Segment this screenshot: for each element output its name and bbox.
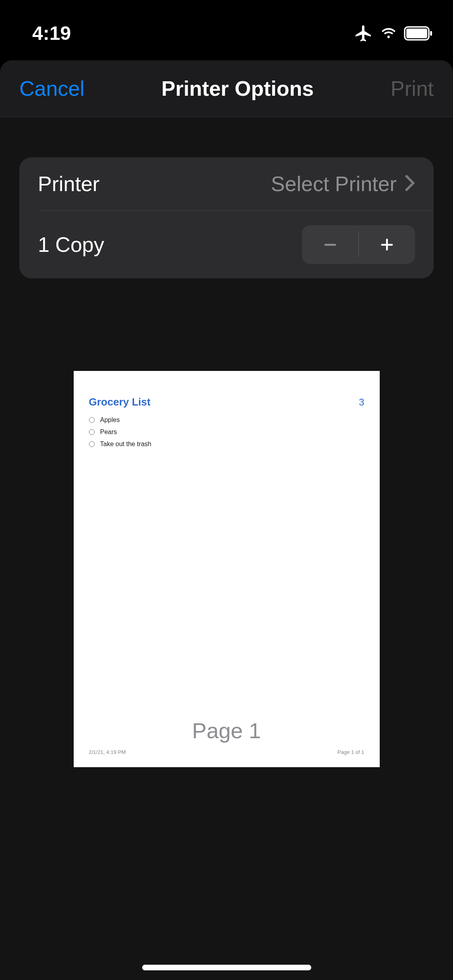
chevron-right-icon [405,175,415,193]
printer-value: Select Printer [271,172,397,196]
wifi-icon [380,25,397,42]
printer-row[interactable]: Printer Select Printer [19,157,434,210]
increment-button[interactable] [359,225,415,264]
doc-header: Grocery List 3 [89,396,364,408]
item-text: Take out the trash [100,441,151,448]
svg-rect-1 [406,29,427,38]
decrement-button[interactable] [302,225,358,264]
item-text: Pears [100,428,117,436]
radio-icon [89,417,95,423]
airplane-mode-icon [354,24,373,43]
doc-items: Apples Pears Take out the trash [89,416,364,448]
svg-rect-5 [386,239,388,250]
list-item: Take out the trash [89,441,364,448]
radio-icon [89,441,95,447]
copies-label: 1 Copy [38,233,104,257]
footer-page-indicator: Page 1 of 1 [337,749,364,755]
printer-value-container: Select Printer [271,172,415,196]
copies-stepper [302,225,415,264]
printer-label: Printer [38,172,99,196]
battery-icon [404,26,433,41]
settings-group: Printer Select Printer 1 Copy [19,157,434,278]
status-time: 4:19 [32,22,71,44]
page-title: Printer Options [161,76,314,101]
status-icons [354,24,433,43]
radio-icon [89,429,95,435]
doc-footer: 2/1/21, 4:19 PM Page 1 of 1 [89,749,364,755]
list-item: Apples [89,416,364,424]
page-number-overlay: Page 1 [74,718,380,743]
footer-timestamp: 2/1/21, 4:19 PM [89,749,126,755]
nav-bar: Cancel Printer Options Print [0,60,453,117]
doc-count: 3 [359,397,364,408]
status-bar: 4:19 [0,0,453,52]
svg-rect-3 [324,244,336,246]
svg-rect-2 [430,31,432,36]
print-options-sheet: Cancel Printer Options Print Printer Sel… [0,60,453,980]
list-item: Pears [89,428,364,436]
page-preview[interactable]: Grocery List 3 Apples Pears Take out the… [74,371,380,767]
item-text: Apples [100,416,120,424]
doc-title: Grocery List [89,396,151,408]
preview-area: Grocery List 3 Apples Pears Take out the… [19,278,434,980]
home-indicator[interactable] [142,965,311,970]
copies-row: 1 Copy [38,210,434,278]
print-settings: Printer Select Printer 1 Copy [0,117,453,980]
cancel-button[interactable]: Cancel [19,76,85,101]
print-button[interactable]: Print [391,76,434,101]
